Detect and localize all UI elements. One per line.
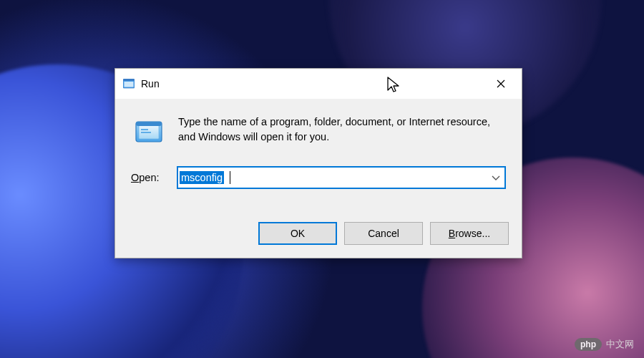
svg-rect-2 bbox=[123, 79, 135, 81]
titlebar[interactable]: Run bbox=[115, 69, 522, 99]
watermark: php 中文网 bbox=[575, 338, 634, 351]
svg-rect-7 bbox=[136, 122, 162, 126]
dialog-title: Run bbox=[141, 78, 160, 90]
watermark-badge: php bbox=[575, 338, 602, 351]
close-icon bbox=[497, 79, 505, 88]
svg-rect-8 bbox=[141, 129, 148, 130]
run-title-icon bbox=[122, 77, 135, 90]
open-combobox[interactable]: msconfig bbox=[177, 166, 506, 189]
run-program-icon bbox=[134, 116, 165, 147]
svg-rect-9 bbox=[141, 132, 151, 133]
cancel-button[interactable]: Cancel bbox=[344, 222, 423, 245]
run-dialog: Run bbox=[114, 68, 522, 258]
close-button[interactable] bbox=[484, 71, 517, 97]
open-input[interactable] bbox=[177, 166, 506, 189]
watermark-text: 中文网 bbox=[606, 338, 634, 351]
dialog-message: Type the name of a program, folder, docu… bbox=[178, 115, 506, 145]
browse-button[interactable]: Browse... bbox=[430, 222, 509, 245]
ok-button[interactable]: OK bbox=[258, 222, 337, 245]
svg-rect-1 bbox=[125, 82, 134, 87]
open-label: Open: bbox=[131, 172, 167, 183]
text-caret bbox=[230, 171, 230, 184]
button-row: OK Cancel Browse... bbox=[115, 212, 522, 258]
